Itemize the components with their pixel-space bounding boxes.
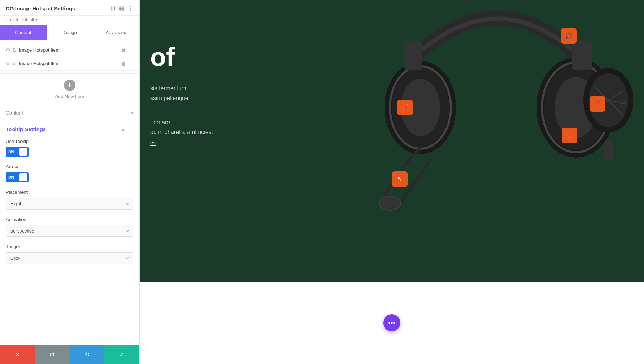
tabs: Content Design Advanced — [0, 25, 139, 40]
use-tooltip-row: Use Tooltip ON — [0, 136, 139, 161]
trigger-select[interactable]: Click Hover — [6, 252, 133, 264]
tooltip-settings-title: Tooltip Settings — [6, 126, 46, 132]
text-divider — [150, 76, 179, 76]
add-new-button[interactable]: + — [64, 80, 75, 91]
animation-label: Animation — [6, 217, 133, 222]
settings-icon-2[interactable]: ⚙ — [6, 61, 10, 67]
tab-content[interactable]: Content — [0, 25, 47, 40]
tab-design[interactable]: Design — [47, 25, 93, 40]
arrow-toggle-thumb — [19, 173, 27, 181]
delete-icon-2[interactable]: 🗑 — [121, 61, 126, 67]
preset-label[interactable]: Preset: Default ▾ — [0, 16, 139, 25]
bottom-bar: ✕ ↺ ↻ ✓ — [0, 345, 139, 364]
hotspot-marker-1[interactable]: 🎧 — [561, 28, 577, 44]
item-2-icons: ⚙ ⧉ — [6, 61, 16, 67]
main-text-large: of — [150, 43, 213, 71]
arrow-toggle[interactable]: ON — [6, 172, 29, 182]
items-list: ⚙ ⧉ Image Hotspot Item 🗑 ⋮ ⚙ ⧉ Image Hot… — [0, 40, 139, 74]
more-icon[interactable]: ⋮ — [128, 5, 133, 12]
settings-icon[interactable]: ⚙ — [6, 47, 10, 53]
sidebar-header: DG Image Hotspot Settings ⊡ ▦ ⋮ — [0, 0, 139, 16]
animation-row: Animation perspective fade scale shift-a… — [0, 214, 139, 241]
arrow-row: Arrow ON — [0, 161, 139, 187]
undo-button[interactable]: ↺ — [35, 345, 69, 364]
tooltip-settings: Tooltip Settings ▲ ⋮ Use Tooltip ON A — [0, 121, 139, 268]
tab-advanced[interactable]: Advanced — [93, 25, 139, 40]
item-1-label: Image Hotspot Item — [19, 47, 118, 53]
placement-select[interactable]: Right Top Bottom Left — [6, 198, 133, 210]
layout-icon[interactable]: ▦ — [119, 5, 124, 12]
toggle-on-text: ON — [8, 150, 14, 154]
tooltip-settings-header: Tooltip Settings ▲ ⋮ — [0, 121, 139, 136]
main-cta[interactable]: es — [150, 140, 156, 146]
arrow-label: Arrow — [6, 164, 133, 169]
use-tooltip-toggle-wrapper: ON — [6, 147, 133, 157]
floating-action-button[interactable]: ••• — [383, 314, 400, 331]
headphone-image: 🎧 📌 ❓ 📍 ↖ — [358, 7, 637, 229]
redo-button[interactable]: ↻ — [70, 345, 104, 364]
item-1-actions: 🗑 ⋮ — [121, 47, 133, 53]
sidebar: DG Image Hotspot Settings ⊡ ▦ ⋮ Preset: … — [0, 0, 140, 364]
duplicate-icon-2[interactable]: ⧉ — [13, 61, 16, 67]
hotspot-item-2[interactable]: ⚙ ⧉ Image Hotspot Item 🗑 ⋮ — [0, 57, 139, 71]
sidebar-title: DG Image Hotspot Settings — [6, 5, 75, 11]
content-section-header[interactable]: Content ▾ — [0, 105, 139, 121]
chevron-down-icon: ▾ — [131, 110, 133, 116]
hotspot-item-1[interactable]: ⚙ ⧉ Image Hotspot Item 🗑 ⋮ — [0, 43, 139, 57]
bottom-section: ••• — [140, 282, 644, 364]
placement-label: Placement — [6, 190, 133, 195]
toggle-thumb — [19, 148, 27, 156]
use-tooltip-toggle[interactable]: ON — [6, 147, 29, 157]
arrow-toggle-on-text: ON — [8, 175, 14, 179]
main-text-footer: t ornare. od in pharetra a ultricies. — [150, 118, 213, 137]
collapse-icon[interactable]: ▲ — [121, 126, 126, 132]
use-tooltip-label: Use Tooltip — [6, 139, 133, 144]
hotspot-marker-3[interactable]: ❓ — [590, 96, 605, 112]
item-2-label: Image Hotspot Item — [19, 61, 118, 66]
header-icons: ⊡ ▦ ⋮ — [111, 5, 133, 12]
cancel-button[interactable]: ✕ — [0, 345, 35, 364]
sidebar-content: ⚙ ⧉ Image Hotspot Item 🗑 ⋮ ⚙ ⧉ Image Hot… — [0, 40, 139, 364]
save-icon: ✓ — [119, 351, 125, 359]
duplicate-icon[interactable]: ⧉ — [13, 47, 16, 53]
add-new-label: Add New Item — [55, 94, 84, 99]
hotspot-marker-4[interactable]: 📍 — [562, 128, 577, 143]
undo-icon: ↺ — [49, 351, 55, 359]
placement-row: Placement Right Top Bottom Left — [0, 187, 139, 214]
main-text-body-1: sis fermentum. ssim pellenque — [150, 83, 213, 103]
tooltip-settings-controls: ▲ ⋮ — [121, 126, 133, 132]
trigger-label: Trigger — [6, 244, 133, 249]
hotspot-marker-2[interactable]: 📌 — [397, 100, 413, 115]
save-button[interactable]: ✓ — [104, 345, 139, 364]
arrow-toggle-wrapper: ON — [6, 172, 133, 182]
delete-icon[interactable]: 🗑 — [121, 47, 126, 53]
tooltip-more-icon[interactable]: ⋮ — [128, 126, 133, 132]
animation-select[interactable]: perspective fade scale shift-away shift-… — [6, 225, 133, 237]
svg-rect-16 — [604, 140, 613, 161]
content-section-title: Content — [6, 110, 23, 116]
responsive-icon[interactable]: ⊡ — [111, 5, 115, 12]
cancel-icon: ✕ — [15, 351, 20, 359]
add-new-item[interactable]: + Add New Item — [0, 74, 139, 105]
text-overlay: of sis fermentum. ssim pellenque t ornar… — [140, 43, 224, 146]
trigger-row: Trigger Click Hover — [0, 241, 139, 268]
more-options-icon[interactable]: ⋮ — [128, 47, 133, 53]
floating-btn-dots: ••• — [388, 319, 395, 327]
main-area: of sis fermentum. ssim pellenque t ornar… — [140, 0, 644, 364]
hotspot-marker-5[interactable]: ↖ — [392, 171, 408, 187]
item-1-icons: ⚙ ⧉ — [6, 47, 16, 53]
item-2-actions: 🗑 ⋮ — [121, 61, 133, 67]
svg-rect-14 — [572, 41, 592, 70]
svg-point-15 — [379, 196, 401, 210]
svg-rect-13 — [404, 41, 422, 70]
redo-icon: ↻ — [84, 351, 90, 359]
more-options-icon-2[interactable]: ⋮ — [128, 61, 133, 67]
